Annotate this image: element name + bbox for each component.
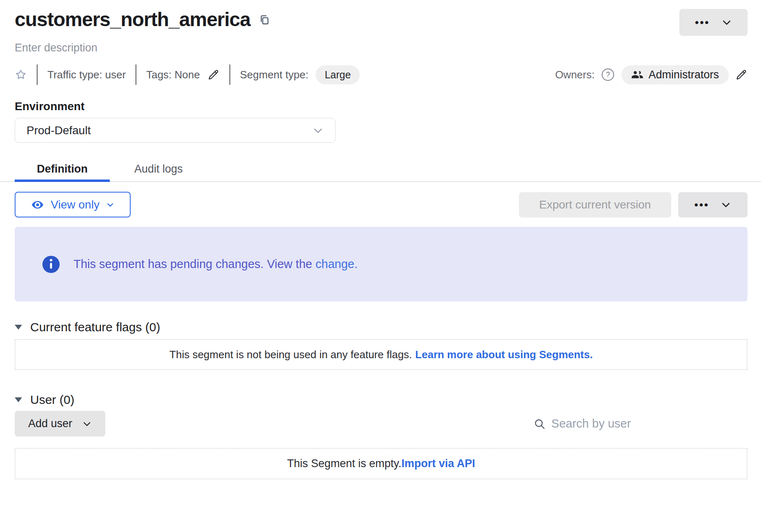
segment-type-badge: Large <box>316 65 360 84</box>
copy-icon[interactable] <box>258 13 270 26</box>
segment-detail-page: customers_north_america ••• Enter descri… <box>0 0 761 479</box>
eye-icon <box>31 198 44 211</box>
feature-flags-section-title: Current feature flags (0) <box>30 320 160 334</box>
header: customers_north_america ••• <box>15 9 748 36</box>
search-input[interactable] <box>551 417 748 430</box>
search-icon <box>534 417 545 430</box>
import-via-api-link[interactable]: Import via API <box>401 457 475 470</box>
chevron-down-icon <box>312 125 324 136</box>
environment-label: Environment <box>15 100 748 113</box>
tab-bar: Definition Audit logs <box>0 157 761 182</box>
svg-text:?: ? <box>606 70 610 79</box>
feature-flags-empty-text: This segment is not being used in any fe… <box>169 348 412 361</box>
info-icon <box>42 255 60 274</box>
user-actions-row: Add user <box>15 411 748 437</box>
tab-audit-logs[interactable]: Audit logs <box>134 157 183 181</box>
segment-type-label: Segment type: <box>240 69 309 81</box>
owners-label: Owners: <box>555 69 595 81</box>
chevron-down-icon <box>721 17 732 28</box>
tags-group: Tags: None <box>146 69 220 81</box>
add-user-button[interactable]: Add user <box>15 411 105 437</box>
divider <box>229 64 230 85</box>
header-more-button[interactable]: ••• <box>679 9 748 36</box>
user-section-title: User (0) <box>30 393 74 407</box>
owners-badge: Administrators <box>621 65 729 84</box>
star-icon[interactable] <box>15 69 27 81</box>
toolbar-more-button[interactable]: ••• <box>678 192 748 217</box>
chevron-down-icon <box>106 201 114 209</box>
user-section-header[interactable]: User (0) <box>15 393 748 407</box>
toolbar: View only Export current version ••• <box>15 192 748 217</box>
add-user-label: Add user <box>28 417 72 430</box>
divider <box>37 64 38 85</box>
owners-group: Owners: ? Administrators <box>555 65 748 84</box>
edit-tags-icon[interactable] <box>207 69 220 81</box>
banner-message: This segment has pending changes. View t… <box>73 257 358 271</box>
feature-flags-section-header[interactable]: Current feature flags (0) <box>15 320 748 334</box>
search-wrap <box>534 417 748 430</box>
environment-selected-value: Prod-Default <box>27 124 91 137</box>
page-title: customers_north_america <box>15 9 250 31</box>
divider <box>136 64 136 85</box>
ellipsis-icon: ••• <box>695 17 710 28</box>
learn-more-link[interactable]: Learn more about using Segments. <box>415 348 593 361</box>
tab-definition[interactable]: Definition <box>15 157 110 181</box>
ellipsis-icon: ••• <box>694 200 709 210</box>
edit-owners-icon[interactable] <box>735 69 748 81</box>
environment-select[interactable]: Prod-Default <box>15 118 336 143</box>
user-empty-state: This Segment is empty.Import via API <box>15 448 748 479</box>
view-only-label: View only <box>51 198 99 211</box>
traffic-type-label: Traffic type: user <box>47 69 126 81</box>
user-empty-text: This Segment is empty. <box>287 457 401 470</box>
pending-changes-banner: This segment has pending changes. View t… <box>15 227 748 301</box>
people-icon <box>631 69 643 81</box>
banner-message-text: This segment has pending changes. View t… <box>73 257 312 270</box>
description-field[interactable]: Enter description <box>15 42 748 54</box>
toolbar-right: Export current version ••• <box>519 192 748 217</box>
segment-type-group: Segment type: Large <box>240 65 360 84</box>
collapse-triangle-icon <box>15 325 22 330</box>
title-group: customers_north_america <box>15 9 270 31</box>
export-current-version-button[interactable]: Export current version <box>519 192 671 217</box>
feature-flags-empty-state: This segment is not being used in any fe… <box>15 339 748 370</box>
help-icon[interactable]: ? <box>601 68 615 82</box>
view-only-button[interactable]: View only <box>15 192 131 217</box>
chevron-down-icon <box>82 419 92 429</box>
chevron-down-icon <box>721 200 731 210</box>
meta-row: Traffic type: user Tags: None Segment ty… <box>15 64 748 85</box>
owners-value: Administrators <box>648 69 719 81</box>
view-change-link[interactable]: change. <box>316 257 358 270</box>
tags-label: Tags: None <box>146 69 200 81</box>
collapse-triangle-icon <box>15 397 22 402</box>
